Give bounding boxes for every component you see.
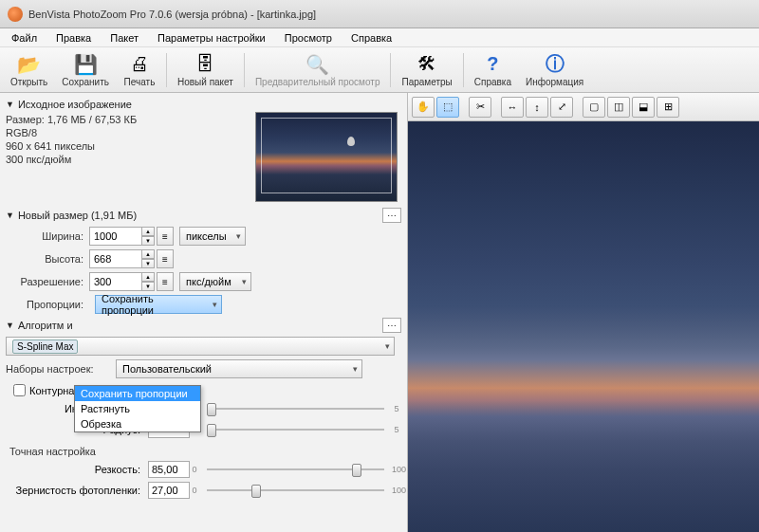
algo-select[interactable]: S-Spline Max bbox=[6, 337, 395, 356]
prop-option-crop[interactable]: Обрезка bbox=[75, 416, 200, 431]
split-v-icon: ⬓ bbox=[639, 101, 648, 113]
menu-view[interactable]: Просмотр bbox=[277, 30, 340, 46]
quad-icon: ⊞ bbox=[664, 101, 673, 113]
height-up[interactable]: ▲ bbox=[141, 249, 155, 259]
save-button[interactable]: 💾Сохранить bbox=[55, 49, 116, 91]
viewer-pane: ✋ ⬚ ✂ ↔ ↕ ⤢ ▢ ◫ ⬓ ⊞ bbox=[408, 93, 759, 532]
marquee-tool[interactable]: ⬚ bbox=[436, 97, 459, 118]
floppy-icon: 💾 bbox=[74, 53, 97, 76]
menu-batch[interactable]: Пакет bbox=[102, 30, 146, 46]
width-lock-button[interactable]: ≡ bbox=[157, 227, 174, 246]
database-icon: 🗄 bbox=[194, 53, 216, 76]
marquee-icon: ⬚ bbox=[443, 101, 453, 113]
preview-icon: 🔍 bbox=[306, 53, 329, 76]
source-thumbnail[interactable] bbox=[255, 112, 398, 202]
sharp-slider[interactable] bbox=[207, 461, 384, 478]
res-lock-button[interactable]: ≡ bbox=[157, 272, 174, 291]
newsize-header[interactable]: ▼Новый размер (1,91 МБ)⋯ bbox=[6, 208, 401, 223]
arrows-v-icon: ↕ bbox=[534, 101, 540, 113]
view-quad[interactable]: ⊞ bbox=[657, 97, 679, 118]
app-logo-icon bbox=[8, 7, 23, 22]
fine-header: Точная настройка bbox=[9, 446, 401, 457]
folder-open-icon: 📂 bbox=[18, 53, 41, 76]
prop-option-stretch[interactable]: Растянуть bbox=[75, 401, 200, 416]
fit-height[interactable]: ↕ bbox=[526, 97, 548, 118]
height-label: Высота: bbox=[6, 253, 89, 265]
info-icon: ⓘ bbox=[544, 53, 566, 76]
collapse-icon: ▼ bbox=[6, 211, 14, 220]
presets-label: Наборы настроек: bbox=[6, 363, 110, 375]
width-input[interactable] bbox=[89, 227, 142, 246]
res-label: Разрешение: bbox=[6, 276, 89, 287]
radius-slider[interactable] bbox=[207, 421, 384, 438]
help-button[interactable]: ?Справка bbox=[468, 49, 518, 91]
proportions-dropdown: Сохранить пропорции Растянуть Обрезка bbox=[74, 385, 201, 432]
res-input[interactable] bbox=[89, 272, 142, 291]
grain-input[interactable] bbox=[148, 482, 190, 499]
preview-button: 🔍Предварительный просмотр bbox=[249, 49, 387, 91]
proportions-select[interactable]: Сохранить пропорции bbox=[95, 295, 222, 314]
res-unit-select[interactable]: пкс/дюйм bbox=[179, 272, 251, 291]
view-single[interactable]: ▢ bbox=[583, 97, 605, 118]
new-batch-button[interactable]: 🗄Новый пакет bbox=[171, 49, 240, 91]
source-mode: RGB/8 bbox=[6, 127, 255, 138]
params-button[interactable]: 🛠Параметры bbox=[395, 49, 458, 91]
width-label: Ширина: bbox=[6, 230, 89, 242]
source-size: Размер: 1,76 МБ / 67,53 КБ bbox=[6, 114, 255, 125]
res-up[interactable]: ▲ bbox=[141, 272, 155, 282]
intensity-slider[interactable] bbox=[207, 400, 384, 417]
single-pane-icon: ▢ bbox=[589, 101, 599, 113]
menu-edit[interactable]: Правка bbox=[48, 30, 99, 46]
window-title: BenVista PhotoZoom Pro 7.0.6 (wersja pró… bbox=[28, 9, 316, 20]
collapse-icon: ▼ bbox=[6, 100, 14, 109]
menu-settings[interactable]: Параметры настройки bbox=[150, 30, 273, 46]
sharp-label: Резкость: bbox=[6, 464, 148, 475]
contour-checkbox[interactable] bbox=[13, 384, 26, 396]
tools-icon: 🛠 bbox=[416, 53, 438, 76]
width-unit-select[interactable]: пикселы bbox=[179, 227, 246, 246]
hand-tool[interactable]: ✋ bbox=[412, 97, 435, 118]
crop-icon: ✂ bbox=[476, 101, 485, 113]
split-h-icon: ◫ bbox=[614, 101, 623, 113]
collapse-icon: ▼ bbox=[6, 321, 14, 330]
menubar: Файл Правка Пакет Параметры настройки Пр… bbox=[0, 28, 759, 47]
fit-both[interactable]: ⤢ bbox=[550, 97, 573, 118]
height-down[interactable]: ▼ bbox=[141, 259, 155, 268]
arrows-both-icon: ⤢ bbox=[558, 101, 566, 113]
source-header[interactable]: ▼Исходное изображение bbox=[6, 99, 401, 110]
source-dims: 960 x 641 пикселы bbox=[6, 140, 255, 152]
info-button[interactable]: ⓘИнформация bbox=[519, 49, 590, 91]
grain-label: Зернистость фотопленки: bbox=[6, 485, 148, 496]
viewer-toolbar: ✋ ⬚ ✂ ↔ ↕ ⤢ ▢ ◫ ⬓ ⊞ bbox=[408, 93, 759, 121]
newsize-more-button[interactable]: ⋯ bbox=[382, 208, 401, 223]
view-split-v[interactable]: ⬓ bbox=[632, 97, 655, 118]
prop-label: Пропорции: bbox=[6, 299, 89, 310]
toolbar: 📂Открыть 💾Сохранить 🖨Печать 🗄Новый пакет… bbox=[0, 47, 759, 93]
menu-file[interactable]: Файл bbox=[4, 30, 45, 46]
question-icon: ? bbox=[481, 53, 504, 76]
titlebar: BenVista PhotoZoom Pro 7.0.6 (wersja pró… bbox=[0, 0, 759, 28]
res-down[interactable]: ▼ bbox=[141, 282, 155, 291]
fit-width[interactable]: ↔ bbox=[501, 97, 524, 118]
width-down[interactable]: ▼ bbox=[141, 236, 155, 246]
crop-tool[interactable]: ✂ bbox=[469, 97, 491, 118]
hand-icon: ✋ bbox=[417, 101, 430, 113]
grain-slider[interactable] bbox=[207, 482, 384, 499]
print-button[interactable]: 🖨Печать bbox=[117, 49, 162, 91]
view-split-h[interactable]: ◫ bbox=[607, 97, 630, 118]
menu-help[interactable]: Справка bbox=[343, 30, 399, 46]
prop-option-keep[interactable]: Сохранить пропорции bbox=[75, 386, 200, 401]
algo-more-button[interactable]: ⋯ bbox=[382, 318, 401, 333]
height-input[interactable] bbox=[89, 249, 142, 268]
arrows-h-icon: ↔ bbox=[508, 101, 518, 113]
left-panel: ▼Исходное изображение Размер: 1,76 МБ / … bbox=[0, 93, 408, 532]
width-up[interactable]: ▲ bbox=[141, 227, 155, 236]
source-dpi: 300 пкс/дюйм bbox=[6, 154, 255, 165]
height-lock-button[interactable]: ≡ bbox=[157, 249, 174, 268]
algo-header[interactable]: ▼Алгоритм и⋯ bbox=[6, 318, 401, 333]
printer-icon: 🖨 bbox=[128, 53, 151, 76]
presets-select[interactable]: Пользовательский bbox=[116, 359, 362, 378]
open-button[interactable]: 📂Открыть bbox=[4, 49, 54, 91]
sharp-input[interactable] bbox=[148, 461, 190, 478]
image-preview[interactable] bbox=[408, 121, 759, 532]
